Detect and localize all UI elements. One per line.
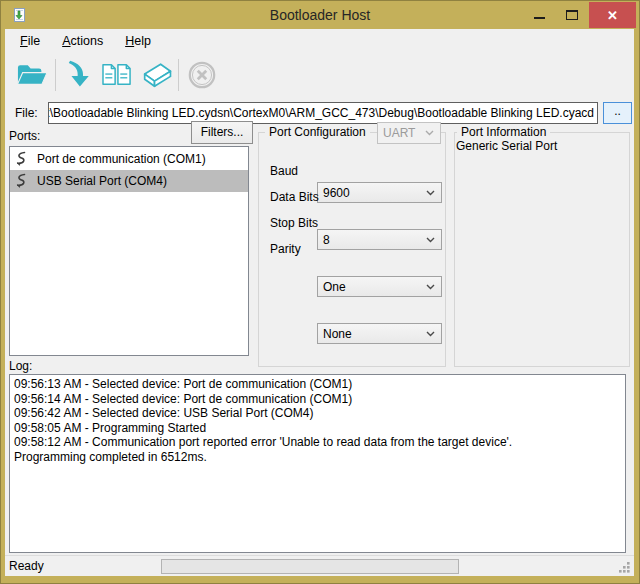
chevron-down-icon	[426, 331, 435, 337]
verify-button[interactable]	[98, 57, 136, 93]
port-configuration-title: Port Configuration	[265, 125, 370, 139]
resize-grip-icon[interactable]	[618, 561, 631, 574]
title-bar[interactable]: Bootloader Host ✕	[1, 1, 639, 29]
data-bits-label: Data Bits	[270, 190, 319, 204]
open-file-button[interactable]	[13, 57, 51, 93]
port-information-text: Generic Serial Port	[456, 139, 557, 153]
protocol-select: UART	[377, 122, 441, 144]
parity-select[interactable]: None	[317, 323, 442, 344]
log-line: 09:56:14 AM - Selected device: Port de c…	[14, 392, 621, 407]
data-bits-select[interactable]: 8	[317, 229, 442, 250]
status-bar: Ready	[5, 555, 634, 576]
port-information-title: Port Information	[457, 125, 550, 139]
filters-button[interactable]: Filters...	[191, 121, 253, 144]
browse-button[interactable]: ..	[603, 102, 632, 124]
chevron-down-icon	[426, 190, 435, 196]
log-line: Programming completed in 6512ms.	[14, 450, 621, 465]
log-output[interactable]: 09:56:13 AM - Selected device: Port de c…	[9, 374, 626, 553]
chevron-down-icon	[426, 237, 435, 243]
close-icon: ✕	[607, 9, 618, 22]
progress-bar	[161, 559, 459, 574]
port-list-item-selected[interactable]: USB Serial Port (COM4)	[10, 170, 248, 192]
chevron-down-icon	[426, 284, 435, 290]
minimize-icon	[534, 17, 545, 19]
abort-button	[183, 57, 221, 93]
serial-port-icon	[14, 151, 28, 167]
baud-label: Baud	[270, 164, 298, 178]
serial-port-icon	[14, 173, 28, 189]
port-information-group: Port Information Generic Serial Port	[454, 132, 630, 367]
menu-bar: File Actions Help	[5, 29, 634, 53]
chevron-down-icon	[425, 130, 434, 136]
log-line: 09:56:13 AM - Selected device: Port de c…	[14, 377, 621, 392]
log-line: 09:58:05 AM - Programming Started	[14, 421, 621, 436]
log-line: 09:56:42 AM - Selected device: USB Seria…	[14, 406, 621, 421]
download-arrow-icon	[64, 59, 94, 91]
maximize-button[interactable]	[556, 2, 589, 28]
log-label: Log:	[9, 359, 32, 373]
ports-label: Ports:	[9, 129, 40, 143]
toolbar-separator	[178, 59, 179, 91]
menu-actions[interactable]: Actions	[51, 31, 114, 51]
log-line: 09:58:12 AM - Communication port reporte…	[14, 435, 621, 450]
ports-list: Port de communication (COM1) USB Serial …	[9, 146, 249, 356]
status-text: Ready	[9, 559, 44, 573]
maximize-icon	[566, 10, 578, 20]
close-button[interactable]: ✕	[589, 2, 636, 28]
port-configuration-group: Port Configuration UART Baud 9600 Data B…	[258, 132, 446, 367]
minimize-button[interactable]	[523, 2, 556, 28]
stop-bits-label: Stop Bits	[270, 216, 318, 230]
file-path-input[interactable]: ader_41xx\Bootloadable Blinking LED.cyds…	[48, 102, 598, 124]
bootloader-host-window: Bootloader Host ✕ File Actions Help	[0, 0, 640, 584]
file-label: File:	[15, 106, 38, 120]
port-list-item[interactable]: Port de communication (COM1)	[10, 148, 248, 170]
circle-x-icon	[187, 60, 217, 90]
baud-select[interactable]: 9600	[317, 182, 442, 203]
open-folder-icon	[15, 60, 49, 90]
program-button[interactable]	[60, 57, 98, 93]
menu-file[interactable]: File	[9, 31, 51, 51]
stop-bits-select[interactable]: One	[317, 276, 442, 297]
documents-icon	[100, 61, 134, 89]
erase-button[interactable]	[136, 57, 174, 93]
toolbar-separator	[55, 59, 56, 91]
menu-help[interactable]: Help	[114, 31, 162, 51]
eraser-icon	[136, 60, 174, 90]
toolbar	[5, 53, 634, 97]
parity-label: Parity	[270, 242, 301, 256]
